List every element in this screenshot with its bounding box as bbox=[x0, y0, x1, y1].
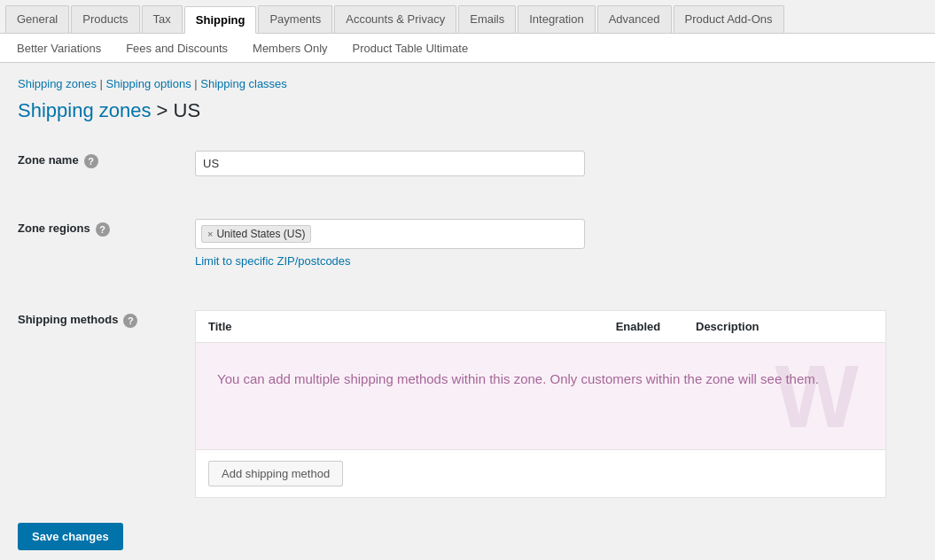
shipping-methods-row: Shipping methods ? Title Enabled Descrip… bbox=[18, 299, 917, 509]
tab-fees-discounts[interactable]: Fees and Discounts bbox=[114, 34, 239, 62]
limit-zip-link[interactable]: Limit to specific ZIP/postcodes bbox=[195, 254, 917, 268]
tab-emails[interactable]: Emails bbox=[458, 5, 516, 33]
page-title-zone-name: US bbox=[174, 99, 201, 121]
tab-product-table[interactable]: Product Table Ultimate bbox=[341, 34, 480, 62]
tab-integration[interactable]: Integration bbox=[518, 5, 595, 33]
methods-empty-message: You can add multiple shipping methods wi… bbox=[217, 369, 820, 390]
methods-table-header: Title Enabled Description bbox=[196, 311, 885, 343]
region-tag-label: United States (US) bbox=[216, 228, 305, 240]
region-tag-remove-us[interactable]: × bbox=[207, 229, 213, 239]
col-description: Description bbox=[696, 320, 873, 333]
woo-watermark: W bbox=[775, 352, 859, 440]
zone-name-label-cell: Zone name ? bbox=[18, 140, 195, 187]
zone-name-row: Zone name ? bbox=[18, 140, 917, 187]
tab-better-variations[interactable]: Better Variations bbox=[5, 34, 113, 62]
settings-form: Zone name ? Zone regions ? bbox=[18, 140, 917, 509]
col-enabled: Enabled bbox=[580, 320, 696, 333]
zone-regions-field[interactable]: × United States (US) bbox=[195, 219, 585, 249]
page-title-arrow: > bbox=[157, 99, 174, 121]
shipping-methods-label-cell: Shipping methods ? bbox=[18, 299, 195, 509]
shipping-methods-content-cell: Title Enabled Description You can add mu… bbox=[195, 299, 917, 509]
zone-regions-row: Zone regions ? × United States (US) Limi… bbox=[18, 208, 917, 278]
primary-tab-bar: General Products Tax Shipping Payments A… bbox=[0, 0, 935, 34]
breadcrumb: Shipping zones | Shipping options | Ship… bbox=[18, 77, 917, 90]
region-tag-us: × United States (US) bbox=[201, 225, 311, 243]
tab-product-addons[interactable]: Product Add-Ons bbox=[674, 5, 784, 33]
zone-name-input-cell bbox=[195, 140, 917, 187]
content-area: Shipping zones | Shipping options | Ship… bbox=[0, 63, 935, 560]
page-title-zones-link[interactable]: Shipping zones bbox=[18, 99, 151, 121]
secondary-tab-bar: Better Variations Fees and Discounts Mem… bbox=[0, 34, 935, 63]
breadcrumb-separator-1: | bbox=[100, 77, 106, 90]
shipping-methods-help-icon[interactable]: ? bbox=[123, 314, 137, 328]
zone-name-help-icon[interactable]: ? bbox=[84, 154, 98, 168]
tab-products[interactable]: Products bbox=[71, 5, 139, 33]
tab-shipping[interactable]: Shipping bbox=[184, 6, 257, 34]
save-changes-button[interactable]: Save changes bbox=[18, 523, 123, 550]
zone-regions-label: Zone regions bbox=[18, 222, 90, 235]
zone-name-label: Zone name bbox=[18, 153, 79, 167]
zone-regions-label-cell: Zone regions ? bbox=[18, 208, 195, 278]
tab-payments[interactable]: Payments bbox=[258, 5, 332, 33]
methods-footer: Add shipping method bbox=[196, 449, 885, 497]
zone-name-input[interactable] bbox=[195, 151, 585, 176]
methods-empty-state: You can add multiple shipping methods wi… bbox=[196, 343, 885, 449]
breadcrumb-shipping-classes-link[interactable]: Shipping classes bbox=[200, 77, 287, 90]
zone-regions-help-icon[interactable]: ? bbox=[96, 222, 110, 237]
shipping-methods-table: Title Enabled Description You can add mu… bbox=[195, 310, 886, 498]
breadcrumb-shipping-options-link[interactable]: Shipping options bbox=[106, 77, 191, 90]
tab-general[interactable]: General bbox=[5, 5, 69, 33]
col-title: Title bbox=[208, 320, 580, 333]
tab-tax[interactable]: Tax bbox=[142, 5, 183, 33]
tab-accounts[interactable]: Accounts & Privacy bbox=[334, 5, 456, 33]
breadcrumb-shipping-zones-link[interactable]: Shipping zones bbox=[18, 77, 97, 90]
page-title: Shipping zones > US bbox=[18, 99, 917, 122]
add-shipping-method-button[interactable]: Add shipping method bbox=[208, 461, 343, 486]
zone-regions-input-cell: × United States (US) Limit to specific Z… bbox=[195, 208, 917, 278]
tab-members-only[interactable]: Members Only bbox=[241, 34, 339, 62]
tab-advanced[interactable]: Advanced bbox=[597, 5, 672, 33]
shipping-methods-label: Shipping methods bbox=[18, 313, 118, 326]
